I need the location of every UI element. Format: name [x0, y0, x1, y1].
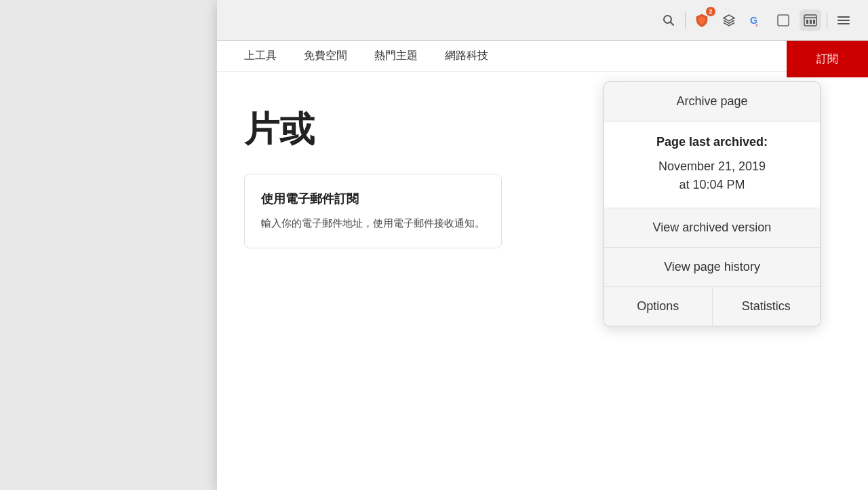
archived-date-line1: November 21, 2019 [658, 159, 766, 173]
archived-date-line2: at 10:04 PM [679, 178, 745, 191]
last-archived-date: November 21, 2019 at 10:04 PM [618, 157, 806, 194]
last-archived-info: Page last archived: November 21, 2019 at… [604, 121, 820, 208]
subscribe-button[interactable]: 訂閱 [787, 41, 868, 77]
archive-page-button[interactable]: Archive page [604, 82, 820, 121]
nav-item-tools[interactable]: 上工具 [244, 49, 277, 63]
browser-window: 2 G x [217, 0, 868, 490]
subscribe-body: 輸入你的電子郵件地址，使用電子郵件接收通知。 [261, 215, 485, 231]
svg-text:x: x [755, 22, 758, 28]
nav-item-web-tech[interactable]: 網路科技 [445, 49, 488, 63]
window-icon[interactable] [772, 10, 794, 31]
google-translate-icon[interactable]: G x [745, 10, 767, 31]
view-archived-version-button[interactable]: View archived version [604, 208, 820, 248]
svg-rect-9 [813, 20, 815, 24]
svg-rect-4 [778, 15, 789, 26]
nav-item-hot-topics[interactable]: 熱門主題 [374, 49, 418, 63]
wayback-machine-icon[interactable] [800, 10, 821, 31]
dropdown-bottom-row: Options Statistics [604, 286, 820, 326]
svg-line-1 [671, 22, 674, 25]
hamburger-menu-icon[interactable] [833, 10, 854, 31]
statistics-button[interactable]: Statistics [713, 287, 821, 326]
toolbar-separator-2 [827, 12, 827, 29]
wayback-dropdown: Archive page Page last archived: Novembe… [604, 81, 821, 326]
options-button[interactable]: Options [604, 287, 713, 326]
brave-badge-count: 2 [706, 7, 715, 16]
search-icon[interactable] [658, 10, 679, 31]
toolbar-separator-1 [685, 12, 686, 29]
svg-rect-7 [806, 20, 808, 24]
svg-rect-8 [810, 20, 812, 24]
dropdown-menu: Archive page Page last archived: Novembe… [604, 81, 821, 326]
brave-shield-icon[interactable]: 2 [691, 10, 713, 31]
view-page-history-button[interactable]: View page history [604, 248, 820, 286]
page-content: 上工具 免費空間 熱門主題 網路科技 訂閱 片或 使用電子郵件訂閱 輸入你的電子… [217, 41, 868, 490]
layers-icon[interactable] [718, 10, 740, 31]
nav-bar: 上工具 免費空間 熱門主題 網路科技 訂閱 [217, 41, 868, 72]
last-archived-label: Page last archived: [618, 135, 806, 149]
nav-item-free-space[interactable]: 免費空間 [304, 49, 347, 63]
browser-toolbar: 2 G x [217, 0, 868, 41]
subscribe-heading: 使用電子郵件訂閱 [261, 191, 485, 207]
